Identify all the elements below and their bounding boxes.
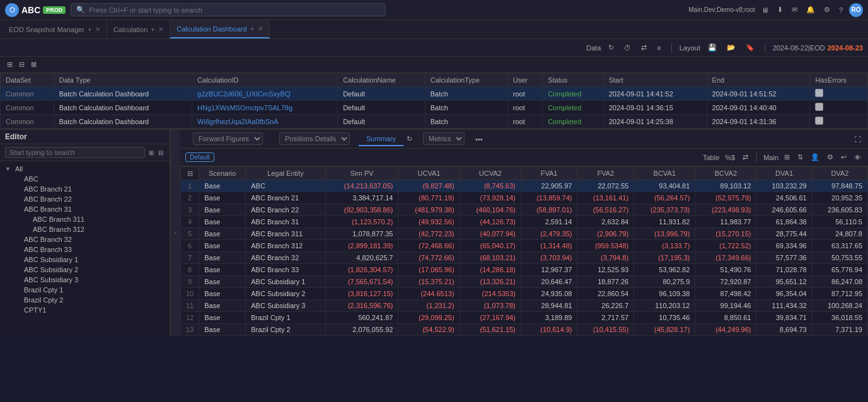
- cell-val: 36,018.55: [812, 312, 867, 324]
- upper-table-row[interactable]: Common Batch Calculation Dashboard HNg1X…: [1, 101, 868, 115]
- cell-val: (1,826,304.57): [325, 264, 398, 276]
- cell-entity: ABC Branch 32: [246, 252, 325, 264]
- date-active: 2024-08-23: [828, 44, 863, 52]
- tab-forward-figures[interactable]: Forward Figures: [185, 130, 270, 149]
- cell-val: 87,498.42: [695, 288, 756, 300]
- sidebar-item[interactable]: ABC Branch 31: [0, 204, 170, 214]
- eye-icon[interactable]: 👁: [852, 153, 863, 162]
- refresh-icon[interactable]: ↻: [606, 42, 616, 53]
- collapse-handle[interactable]: ‹: [170, 130, 180, 336]
- sidebar-item[interactable]: ABC Subsidiary 3: [0, 275, 170, 285]
- sidebar-item[interactable]: ABC Branch 33: [0, 244, 170, 255]
- data-table-row[interactable]: 4 Base ABC Branch 31 (1,123,570.2) (49,9…: [181, 216, 868, 228]
- sidebar-item[interactable]: ▼All: [0, 164, 170, 174]
- data-table-row[interactable]: 12 Base Brazil Cpty 1 560,241.87 (29,099…: [181, 312, 868, 324]
- sidebar-item[interactable]: ABC: [0, 174, 170, 184]
- sidebar-item[interactable]: ABC Branch 21: [0, 184, 170, 194]
- tab-calculation[interactable]: Calculation ▾ ✕: [107, 20, 170, 38]
- cell-val: (3,794.8): [577, 252, 634, 264]
- sidebar-item[interactable]: ABC Branch 22: [0, 194, 170, 204]
- tab-eod-close[interactable]: ✕: [95, 26, 100, 33]
- data-table-row[interactable]: 8 Base ABC Branch 33 (1,826,304.57) (17,…: [181, 264, 868, 276]
- grid-layout-icon[interactable]: ⊞: [5, 60, 14, 69]
- gear2-icon[interactable]: ⚙: [825, 152, 835, 162]
- data-table-row[interactable]: 5 Base ABC Branch 311 1,078,877.35 (42,7…: [181, 228, 868, 240]
- tab-summary[interactable]: Summary: [359, 132, 403, 146]
- upper-table-row[interactable]: Common Batch Calculation Dashboard g2zBU…: [1, 87, 868, 101]
- download-icon[interactable]: ⬇: [775, 4, 785, 15]
- metrics-select[interactable]: Metrics: [423, 132, 465, 145]
- cell-scenario: Base: [199, 276, 246, 288]
- sidebar-item[interactable]: Brazil Cpty 2: [0, 295, 170, 305]
- cols-icon[interactable]: ⇄: [741, 152, 750, 162]
- data-table-row[interactable]: 7 Base ABC Branch 32 4,820,625.7 (74,772…: [181, 252, 868, 264]
- logo-icon: ⬡: [5, 3, 19, 17]
- collapse-tree-icon[interactable]: ⊟: [157, 149, 165, 157]
- clock-icon[interactable]: ⏱: [622, 43, 634, 53]
- cell-val: 18,877.26: [577, 276, 634, 288]
- data-table-row[interactable]: 6 Base ABC Branch 312 (2,899,181.39) (72…: [181, 240, 868, 252]
- bell-icon[interactable]: 🔔: [804, 4, 818, 15]
- data-table-row[interactable]: 2 Base ABC Branch 21 3,384,717.14 (80,77…: [181, 192, 868, 204]
- sidebar-item[interactable]: Brazil Cpty 1: [0, 285, 170, 295]
- data-table-row[interactable]: 1 Base ABC (14,213,637.05) (9,827.48) (8…: [181, 180, 868, 192]
- person-icon[interactable]: 👤: [809, 152, 821, 162]
- sort-icon[interactable]: ⇅: [796, 152, 805, 162]
- data-table-row[interactable]: 10 Base ABC Subsidiary 2 (3,816,127.15) …: [181, 288, 868, 300]
- col-start: Start: [603, 74, 707, 87]
- data-table-row[interactable]: 11 Base ABC Subsidiary 3 (2,316,596.76) …: [181, 300, 868, 312]
- row-num: 12: [181, 312, 199, 324]
- tab-calc-arrow[interactable]: ▾: [151, 26, 154, 33]
- sidebar-item[interactable]: ABC Subsidiary 1: [0, 255, 170, 265]
- cell-val: (54,522.9): [398, 324, 460, 336]
- mail-icon[interactable]: ✉: [789, 4, 800, 15]
- save-layout-icon[interactable]: 💾: [705, 42, 719, 53]
- sidebar-item[interactable]: CPTY1: [0, 305, 170, 315]
- forward-figures-select[interactable]: Forward Figures: [193, 132, 263, 145]
- sidebar-item[interactable]: ABC Subsidiary 2: [0, 265, 170, 275]
- tree-item-label: ABC Branch 312: [33, 226, 165, 233]
- tab-metrics[interactable]: Metrics: [415, 130, 472, 149]
- settings-icon[interactable]: ⚙: [821, 4, 833, 15]
- more-options-icon[interactable]: •••: [473, 135, 485, 144]
- upper-table-row[interactable]: Common Batch Calculation Dashboard Wi8gr…: [1, 115, 868, 129]
- data-table-row[interactable]: 3 Base ABC Branch 22 (92,903,358.86) (48…: [181, 204, 868, 216]
- positions-details-select[interactable]: Positions Details: [279, 132, 350, 145]
- sidebar-item[interactable]: ABC Branch 32: [0, 234, 170, 244]
- col-simpv-header: Sim PV: [325, 167, 398, 180]
- columns-icon[interactable]: ≡: [654, 43, 663, 53]
- data-table-row[interactable]: 9 Base ABC Subsidiary 1 (7,565,671.54) (…: [181, 276, 868, 288]
- load-layout-icon[interactable]: 📂: [724, 42, 738, 53]
- tab-eod-arrow[interactable]: ▾: [88, 26, 91, 33]
- tab-dash-close[interactable]: ✕: [258, 25, 263, 32]
- sidebar-item[interactable]: ABC Branch 311: [0, 214, 170, 224]
- percent-icon[interactable]: %$: [723, 153, 737, 162]
- cell-val: (51,621.15): [460, 324, 521, 336]
- tab-dash-arrow[interactable]: ▾: [251, 26, 254, 32]
- avatar[interactable]: RO: [849, 3, 863, 17]
- refresh-panel-icon[interactable]: ↻: [405, 134, 414, 144]
- data-table-row[interactable]: 13 Base Brazil Cpty 2 2,076,055.92 (54,5…: [181, 324, 868, 336]
- grid-secondary-icon[interactable]: ⊠: [29, 60, 38, 69]
- filter-icon2[interactable]: ⊟: [187, 169, 193, 177]
- filter-icon[interactable]: ⇄: [639, 42, 649, 53]
- cell-entity: ABC Branch 31: [246, 216, 325, 228]
- default-badge[interactable]: Default: [185, 152, 214, 162]
- tab-positions-details[interactable]: Positions Details: [272, 130, 357, 149]
- sidebar-item[interactable]: ABC Branch 312: [0, 224, 170, 234]
- monitor-icon[interactable]: 🖥: [759, 5, 771, 15]
- tab-calc-close[interactable]: ✕: [158, 26, 163, 33]
- undo-icon[interactable]: ↩: [839, 152, 848, 162]
- tab-eod-snapshot[interactable]: EOD Snapshot Manager ▾ ✕: [3, 20, 107, 38]
- search-input[interactable]: [89, 6, 380, 14]
- sidebar-search-input[interactable]: [5, 147, 145, 158]
- tab-calc-dashboard[interactable]: Calculation Dashboard ▾ ✕: [170, 20, 269, 38]
- help-icon[interactable]: ?: [836, 5, 845, 15]
- layout-icon2[interactable]: 🔖: [743, 42, 757, 53]
- expand-panel-icon[interactable]: ⛶: [852, 135, 863, 144]
- layout2-icon[interactable]: ⊞: [782, 152, 792, 162]
- expand-tree-icon[interactable]: ⊞: [148, 149, 155, 157]
- editor-label: Editor: [0, 130, 170, 144]
- global-search[interactable]: 🔍: [71, 3, 386, 16]
- grid-filter-icon[interactable]: ⊟: [17, 60, 26, 69]
